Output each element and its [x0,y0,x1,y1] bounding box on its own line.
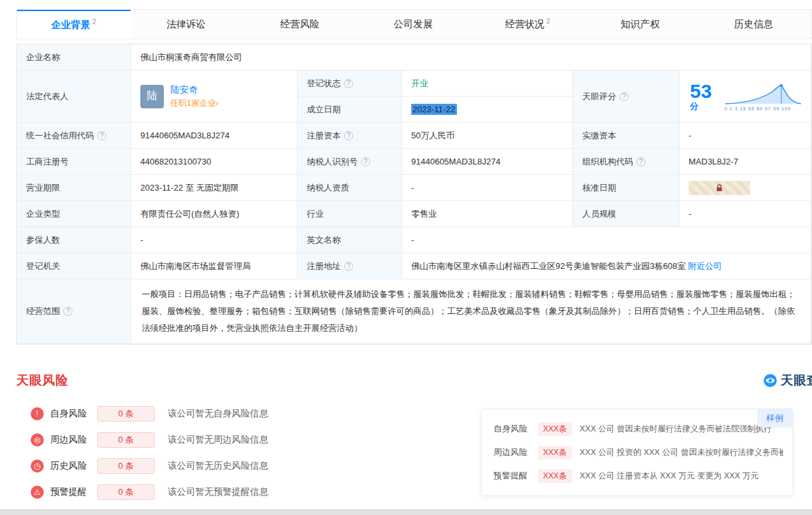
tianyancha-risk-section: 天眼风险 天眼查 ! 自身风险 0 条 该公司暂无自身风险信息 [16,372,812,505]
page-bottom-strip [0,509,812,515]
tab-operating-risk[interactable]: 经营风险 [244,10,358,39]
reg-address-label: 注册地址? [298,253,402,279]
legal-rep-name-link[interactable]: 陆安奇 [170,84,219,96]
around-risk-count-button[interactable]: 0 条 [97,432,155,448]
section-tabs: 企业背景2 法律诉讼 经营风险 公司发展 经营状况2 知识产权 历史信息 [16,9,812,39]
taxpayer-id-label: 纳税人识别号? [298,149,402,175]
establish-date-label: 成立日期 [298,97,402,123]
paid-capital-value: - [679,123,811,149]
sample-count-badge: XXX条 [538,446,572,460]
taxpayer-quality-value: - [402,175,573,201]
score-axis-labels: 0 1 3 15 55 80 97 99 100 [725,106,802,111]
tab-intellectual-property[interactable]: 知识产权 [584,10,698,39]
reg-authority-value: 佛山市南海区市场监督管理局 [131,253,298,279]
tyc-score-label: 天眼评分? [573,70,679,123]
sample-desc: XXX 公司 投资的 XXX 公司 曾因未按时履行法律义务而被法院强制执行 [580,447,783,458]
reg-number-value: 440682013100730 [131,149,298,175]
reg-status-value: 开业 [402,70,573,97]
self-risk-count-button[interactable]: 0 条 [97,406,155,422]
company-name-value: 佛山市桐溪奇商贸有限公司 [131,44,811,70]
risk-list: ! 自身风险 0 条 该公司暂无自身风险信息 ◎ 周边风险 0 条 该公司暂无周… [16,401,313,505]
chevron-right-icon: › [215,99,218,108]
tianyancha-brand: 天眼查 [763,372,812,389]
info-icon[interactable]: ? [344,131,353,140]
locked-content-placeholder[interactable] [689,181,750,195]
establish-date-value: 2023-11-22 [402,97,573,123]
tab-label: 经营状况 [505,18,544,31]
history-risk-count-button[interactable]: 0 条 [97,458,155,474]
tyc-score-value: 53分 0 1 3 15 55 80 97 99 100 [679,70,811,123]
selected-text: 2023-11-22 [411,104,457,115]
tab-label: 法律诉讼 [166,18,206,31]
sample-row-warning: 预警提醒 XXX条 XXX 公司 注册资本从 XXX 万元 变更为 XXX 万元 [493,464,783,488]
risk-label: 预警提醒 [50,486,91,498]
tab-label: 经营风险 [280,18,319,31]
company-name-label: 企业名称 [17,44,131,70]
risk-row-self: ! 自身风险 0 条 该公司暂无自身风险信息 [16,401,313,427]
nearby-companies-link[interactable]: 附近公司 [688,260,722,272]
sample-label: 预警提醒 [493,470,530,482]
brand-text: 天眼查 [781,372,812,389]
credit-code-value: 91440605MAD3L8J274 [131,123,298,149]
score-number: 53 [690,80,711,102]
reg-authority-label: 登记机关 [17,253,131,279]
risk-desc: 该公司暂无自身风险信息 [168,408,268,420]
reg-capital-label: 注册资本? [298,123,402,149]
tianyancha-logo-icon [763,373,777,388]
tab-company-background[interactable]: 企业背景2 [17,10,131,39]
info-icon[interactable]: ? [636,157,646,166]
sample-tag: 样例 [757,409,792,428]
reg-number-label: 工商注册号 [17,149,131,175]
tab-company-development[interactable]: 公司发展 [358,10,471,39]
info-icon[interactable]: ? [97,131,106,140]
info-icon[interactable]: ? [619,92,629,101]
info-icon[interactable]: ? [344,262,353,271]
score-unit: 分 [690,101,698,111]
risk-desc: 该公司暂无预警提醒信息 [168,486,268,498]
lock-icon [715,184,723,192]
legal-rep-value: 陆 陆安奇 任职1家企业› [131,70,298,123]
risk-section-title: 天眼风险 [16,372,69,389]
business-term-label: 营业期限 [17,175,131,201]
sample-count-badge: XXX条 [538,422,572,436]
tab-badge: 2 [92,18,96,25]
tab-legal-proceedings[interactable]: 法律诉讼 [131,10,244,39]
insured-count-label: 参保人数 [17,227,131,253]
risk-label: 历史风险 [50,460,91,472]
tab-label: 公司发展 [394,18,433,31]
info-icon[interactable]: ? [361,157,370,166]
score-distribution-chart: 0 1 3 15 55 80 97 99 100 [725,82,802,111]
sample-desc: XXX 公司 注册资本从 XXX 万元 变更为 XXX 万元 [580,471,758,482]
sample-label: 周边风险 [493,446,530,458]
legal-rep-positions-link[interactable]: 任职1家企业› [170,98,219,109]
org-code-value: MAD3L8J2-7 [679,149,811,175]
company-profile-page: 企业背景2 法律诉讼 经营风险 公司发展 经营状况2 知识产权 历史信息 企业名… [0,0,812,515]
business-scope-value: 一般项目：日用品销售；电子产品销售；计算机软硬件及辅助设备零售；服装服饰批发；鞋… [131,279,811,344]
sample-desc: XXX 公司 曾因未按时履行法律义务而被法院强制执行 [580,424,772,435]
sample-label: 自身风险 [493,423,530,435]
industry-label: 行业 [298,201,402,227]
reg-address-value: 佛山市南海区里水镇赤山村福西工业区92号美迪智能包装产业园3栋608室 附近公司 [402,253,811,279]
around-risk-icon: ◎ [31,433,44,446]
tab-label: 知识产权 [621,18,660,31]
tab-history-info[interactable]: 历史信息 [698,10,811,39]
legal-rep-label: 法定代表人 [17,70,131,123]
org-code-label: 组织机构代码? [573,149,679,175]
info-icon[interactable]: ? [344,79,353,88]
approval-date-value [679,175,811,201]
warning-reminder-icon: ⚠ [31,486,44,499]
staff-size-value: - [679,201,811,227]
paid-capital-label: 实缴资本 [573,123,679,149]
reg-capital-value: 50万人民币 [402,123,573,149]
tab-operating-status[interactable]: 经营状况2 [471,10,584,39]
business-term-value: 2023-11-22 至 无固定期限 [131,175,298,201]
risk-label: 自身风险 [50,408,91,420]
legal-rep-avatar[interactable]: 陆 [140,85,164,108]
company-info-table: 企业名称 佛山市桐溪奇商贸有限公司 法定代表人 陆 陆安奇 任职1家企业› 登记… [16,44,812,345]
credit-code-label: 统一社会信用代码? [17,123,131,149]
risk-label: 周边风险 [50,434,91,446]
approval-date-label: 核准日期 [573,175,679,201]
sample-row-around: 周边风险 XXX条 XXX 公司 投资的 XXX 公司 曾因未按时履行法律义务而… [493,441,783,464]
info-icon[interactable]: ? [63,307,72,316]
warning-reminder-count-button[interactable]: 0 条 [97,484,155,500]
